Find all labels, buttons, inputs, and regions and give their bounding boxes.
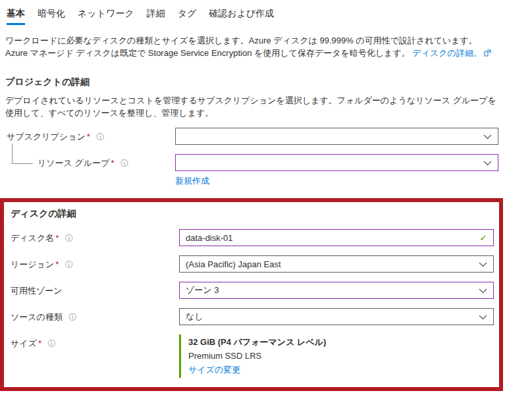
tab-networking[interactable]: ネットワーク — [78, 8, 134, 25]
subscription-row: サブスクリプション* ⓘ — [0, 128, 505, 145]
tab-advanced[interactable]: 詳細 — [147, 8, 165, 25]
info-icon[interactable]: ⓘ — [69, 313, 77, 321]
info-icon[interactable]: ⓘ — [48, 340, 56, 348]
create-new-resource-group-link[interactable]: 新規作成 — [175, 176, 209, 186]
info-icon[interactable]: ⓘ — [65, 261, 73, 269]
disk-name-input[interactable]: data-disk-01 ✓ — [179, 229, 494, 246]
source-type-label: ソースの種類 ⓘ — [4, 308, 179, 323]
info-icon[interactable]: ⓘ — [96, 133, 104, 141]
availability-zone-label: 可用性ゾーン — [4, 282, 179, 297]
disk-details-annotated-box: ディスクの詳細 ディスク名* ⓘ data-disk-01 ✓ リージョン* ⓘ… — [0, 198, 503, 391]
tab-review-create[interactable]: 確認および作成 — [209, 8, 274, 25]
tab-encryption[interactable]: 暗号化 — [38, 8, 65, 25]
region-dropdown[interactable]: (Asia Pacific) Japan East — [179, 255, 494, 273]
external-link-icon — [484, 47, 491, 60]
info-icon[interactable]: ⓘ — [65, 234, 73, 242]
region-label: リージョン* ⓘ — [4, 255, 179, 271]
chevron-down-icon — [483, 158, 492, 168]
size-summary: 32 GiB (P4 パフォーマンス レベル) Premium SSD LRS … — [179, 334, 494, 378]
wizard-tab-strip: 基本 暗号化 ネットワーク 詳細 タグ 確認および作成 — [0, 0, 505, 25]
region-value: (Asia Pacific) Japan East — [186, 259, 281, 269]
change-size-link[interactable]: サイズの変更 — [188, 365, 240, 375]
availability-zone-dropdown[interactable]: ゾーン 3 — [179, 282, 494, 299]
size-label: サイズ* ⓘ — [4, 334, 179, 350]
required-asterisk: * — [87, 132, 90, 142]
resource-group-dropdown[interactable] — [175, 154, 498, 171]
required-asterisk: * — [38, 338, 41, 348]
source-type-row: ソースの種類 ⓘ なし — [4, 308, 499, 325]
size-row: サイズ* ⓘ 32 GiB (P4 パフォーマンス レベル) Premium S… — [4, 334, 499, 378]
source-type-dropdown[interactable]: なし — [179, 308, 494, 325]
disk-details-link[interactable]: ディスクの詳細。 — [412, 48, 482, 58]
required-asterisk: * — [55, 259, 59, 269]
project-fields: サブスクリプション* ⓘ リソース グループ* ⓘ 新規作成 — [0, 128, 505, 187]
source-type-value: なし — [186, 311, 203, 323]
project-details-heading: プロジェクトの詳細 — [5, 76, 505, 88]
region-row: リージョン* ⓘ (Asia Pacific) Japan East — [4, 255, 499, 273]
valid-check-icon: ✓ — [479, 232, 487, 243]
subscription-group-connector — [12, 144, 33, 164]
info-icon[interactable]: ⓘ — [120, 159, 128, 167]
disk-name-value: data-disk-01 — [186, 233, 233, 243]
size-sku: Premium SSD LRS — [188, 349, 494, 363]
chevron-down-icon — [479, 259, 487, 269]
resource-group-row: リソース グループ* ⓘ — [0, 154, 505, 171]
subscription-dropdown[interactable] — [175, 128, 498, 145]
intro-paragraph: ワークロードに必要なディスクの種類とサイズを選択します。Azure ディスクは … — [5, 34, 497, 60]
subscription-label: サブスクリプション* ⓘ — [0, 128, 175, 143]
availability-zone-value: ゾーン 3 — [186, 284, 219, 296]
intro-text: ワークロードに必要なディスクの種類とサイズを選択します。Azure ディスクは … — [5, 36, 477, 58]
disk-name-label: ディスク名* ⓘ — [4, 229, 179, 244]
disk-details-heading: ディスクの詳細 — [11, 208, 499, 220]
size-value: 32 GiB (P4 パフォーマンス レベル) — [188, 335, 494, 349]
required-asterisk: * — [111, 158, 114, 168]
chevron-down-icon — [483, 132, 492, 142]
required-asterisk: * — [55, 233, 59, 243]
chevron-down-icon — [479, 312, 487, 322]
tab-tags[interactable]: タグ — [178, 8, 197, 25]
tab-basics[interactable]: 基本 — [7, 8, 25, 25]
project-details-description: デプロイされているリソースとコストを管理するサブスクリプションを選択します。フォ… — [5, 94, 497, 119]
disk-name-row: ディスク名* ⓘ data-disk-01 ✓ — [4, 229, 499, 246]
chevron-down-icon — [479, 286, 487, 296]
availability-zone-row: 可用性ゾーン ゾーン 3 — [4, 282, 499, 299]
